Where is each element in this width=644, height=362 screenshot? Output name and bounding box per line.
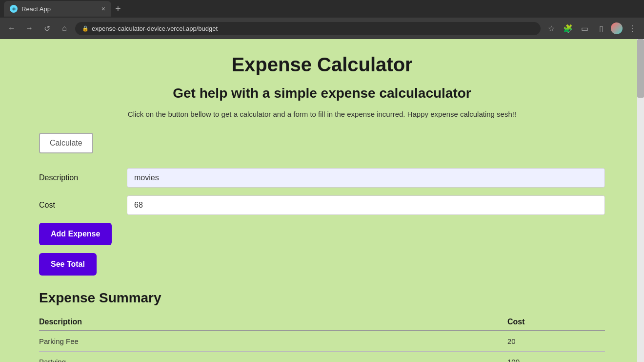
calculate-button[interactable]: Calculate <box>39 133 93 153</box>
browser-tab[interactable]: ⚛ React App × <box>4 1 111 17</box>
profile-avatar[interactable] <box>611 22 623 34</box>
scrollbar-thumb[interactable] <box>637 39 644 98</box>
table-body: Parking Fee20Partying100 <box>39 331 605 362</box>
sub-title: Get help with a simple expense calculacu… <box>39 85 605 101</box>
toolbar-right: ☆ 🧩 ▭ ▯ ⋮ <box>544 21 639 35</box>
description-label: Description <box>39 173 127 182</box>
table-header-row: Description Cost <box>39 314 605 331</box>
home-button[interactable]: ⌂ <box>58 21 71 35</box>
expense-summary-title: Expense Summary <box>39 290 605 306</box>
description-input[interactable] <box>127 168 605 188</box>
cost-row: Cost <box>39 195 605 215</box>
new-tab-button[interactable]: + <box>115 3 121 15</box>
add-expense-button[interactable]: Add Expense <box>39 223 112 245</box>
sidebar-icon[interactable]: ▯ <box>594 21 608 35</box>
forward-button[interactable]: → <box>22 21 36 35</box>
table-row: Parking Fee20 <box>39 331 605 352</box>
main-title: Expense Calculator <box>39 54 605 76</box>
cast-icon[interactable]: ▭ <box>578 21 591 35</box>
cost-label: Cost <box>39 201 127 210</box>
table-header: Description Cost <box>39 314 605 331</box>
lock-icon: 🔒 <box>82 25 89 32</box>
extension-icon[interactable]: 🧩 <box>561 21 575 35</box>
bookmark-icon[interactable]: ☆ <box>544 21 558 35</box>
expense-form: Description Cost <box>39 168 605 215</box>
description-row: Description <box>39 168 605 188</box>
url-text: expense-calculator-device.vercel.app/bud… <box>92 25 218 32</box>
cost-input[interactable] <box>127 195 605 215</box>
row-description: Parking Fee <box>39 331 507 352</box>
table-row: Partying100 <box>39 352 605 362</box>
col-description-header: Description <box>39 314 507 331</box>
tab-close-icon[interactable]: × <box>101 5 105 13</box>
row-cost: 20 <box>507 331 605 352</box>
see-total-button[interactable]: See Total <box>39 253 97 276</box>
page-content: Expense Calculator Get help with a simpl… <box>0 39 644 362</box>
browser-window: ⚛ React App × + ← → ↺ ⌂ 🔒 expense-calcul… <box>0 0 644 362</box>
browser-toolbar: ← → ↺ ⌂ 🔒 expense-calculator-device.verc… <box>0 18 644 39</box>
more-menu-icon[interactable]: ⋮ <box>625 21 639 35</box>
back-button[interactable]: ← <box>5 21 19 35</box>
row-cost: 100 <box>507 352 605 362</box>
tab-title: React App <box>21 5 98 13</box>
browser-titlebar: ⚛ React App × + <box>0 0 644 18</box>
tab-favicon: ⚛ <box>10 5 18 13</box>
col-cost-header: Cost <box>507 314 605 331</box>
row-description: Partying <box>39 352 507 362</box>
refresh-button[interactable]: ↺ <box>40 21 54 35</box>
scrollbar-track[interactable] <box>637 39 644 362</box>
expense-table: Description Cost Parking Fee20Partying10… <box>39 314 605 362</box>
address-bar[interactable]: 🔒 expense-calculator-device.vercel.app/b… <box>75 22 541 35</box>
description-text: Click on the button bellow to get a calc… <box>39 110 605 118</box>
